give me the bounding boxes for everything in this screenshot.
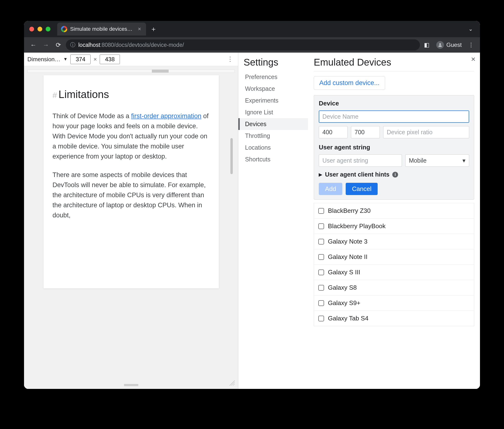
- settings-nav-experiments[interactable]: Experiments: [238, 95, 308, 107]
- device-row-label: Galaxy Note 3: [328, 238, 368, 245]
- device-row-label: Galaxy Note II: [328, 253, 368, 261]
- device-name-input[interactable]: [319, 110, 469, 123]
- profile-button[interactable]: Guest: [434, 40, 464, 50]
- expand-tabs-icon[interactable]: ⌄: [467, 24, 475, 34]
- close-window-button[interactable]: [29, 27, 34, 31]
- ua-type-value: Mobile: [409, 157, 427, 164]
- forward-button[interactable]: →: [41, 40, 51, 50]
- settings-sidebar: Settings PreferencesWorkspaceExperiments…: [238, 53, 308, 389]
- avatar-icon: [436, 41, 444, 49]
- device-row-label: Galaxy S III: [328, 268, 360, 276]
- user-agent-string-input[interactable]: [319, 154, 402, 167]
- device-row-label: Blackberry PlayBook: [328, 223, 386, 230]
- checkbox[interactable]: [318, 285, 324, 291]
- svg-point-0: [439, 43, 441, 45]
- width-ruler[interactable]: [27, 69, 235, 73]
- browser-menu-icon[interactable]: ⋮: [467, 40, 476, 49]
- settings-nav-throttling[interactable]: Throttling: [238, 130, 308, 142]
- address-bar[interactable]: ⓘ localhost:8080/docs/devtools/device-mo…: [66, 39, 420, 50]
- emulated-devices-title: Emulated Devices: [314, 57, 474, 71]
- device-row[interactable]: Blackberry PlayBook: [314, 218, 474, 234]
- article-paragraph: Think of Device Mode as a first-order ap…: [53, 111, 210, 161]
- url-text: localhost:8080/docs/devtools/device-mode…: [78, 42, 184, 48]
- custom-device-form: Device User agent string Mobile: [314, 95, 474, 200]
- device-section-label: Device: [319, 100, 469, 107]
- settings-nav-locations[interactable]: Locations: [238, 142, 308, 153]
- chrome-favicon-icon: [61, 26, 67, 32]
- add-custom-device-button[interactable]: Add custom device...: [314, 76, 385, 90]
- device-mode-menu-icon[interactable]: ⋮: [225, 55, 235, 63]
- add-device-confirm-button[interactable]: Add: [319, 183, 342, 195]
- new-tab-button[interactable]: ＋: [149, 25, 158, 33]
- browser-toolbar: ← → ⟳ ⓘ localhost:8080/docs/devtools/dev…: [24, 37, 480, 53]
- device-row-label: BlackBerry Z30: [328, 207, 371, 214]
- device-row[interactable]: Galaxy Note II: [314, 249, 474, 264]
- device-row[interactable]: Galaxy S8: [314, 280, 474, 295]
- article-heading: #Limitations: [53, 86, 210, 103]
- ua-client-hints-label: User agent client hints: [325, 171, 389, 178]
- checkbox[interactable]: [318, 239, 324, 244]
- settings-nav-devices[interactable]: Devices: [238, 118, 308, 130]
- emulated-viewport: #Limitations Think of Device Mode as a f…: [24, 66, 238, 389]
- devtools-settings-panel: ✕ Settings PreferencesWorkspaceExperimen…: [238, 53, 480, 389]
- dimensions-dropdown-icon[interactable]: ▼: [63, 57, 68, 62]
- site-info-icon[interactable]: ⓘ: [70, 41, 75, 49]
- maximize-window-button[interactable]: [46, 27, 50, 31]
- ua-section-label: User agent string: [319, 144, 469, 151]
- close-tab-icon[interactable]: ✕: [137, 26, 142, 33]
- settings-nav-preferences[interactable]: Preferences: [238, 71, 308, 83]
- tab-strip: Simulate mobile devices with D ✕ ＋ ⌄: [24, 21, 480, 37]
- device-row-label: Galaxy Tab S4: [328, 315, 369, 322]
- scrollbar-thumb[interactable]: [230, 138, 233, 174]
- disclosure-triangle-icon: ▶: [319, 172, 322, 177]
- settings-title: Settings: [238, 57, 308, 71]
- checkbox[interactable]: [318, 223, 324, 229]
- settings-main: Emulated Devices Add custom device... De…: [308, 53, 480, 389]
- device-row[interactable]: BlackBerry Z30: [314, 203, 474, 218]
- viewport-height-input[interactable]: [100, 54, 120, 64]
- device-mode-pane: Dimension… ▼ × ⋮ #Limitations Think of D…: [24, 53, 238, 389]
- device-row[interactable]: Galaxy Note 3: [314, 234, 474, 249]
- browser-tab[interactable]: Simulate mobile devices with D ✕: [57, 23, 146, 36]
- settings-nav-ignore-list[interactable]: Ignore List: [238, 107, 308, 118]
- page-content[interactable]: #Limitations Think of Device Mode as a f…: [44, 75, 219, 288]
- resize-handle-bottom[interactable]: [124, 384, 138, 386]
- devtools-dock-icon[interactable]: ◧: [422, 40, 432, 49]
- browser-window: Simulate mobile devices with D ✕ ＋ ⌄ ← →…: [24, 21, 480, 389]
- device-row[interactable]: Galaxy S III: [314, 264, 474, 280]
- info-icon[interactable]: i: [392, 172, 398, 178]
- dimensions-label[interactable]: Dimension…: [27, 56, 60, 63]
- reload-button[interactable]: ⟳: [53, 40, 63, 50]
- settings-nav-shortcuts[interactable]: Shortcuts: [238, 153, 308, 165]
- chevron-down-icon: ▾: [462, 157, 466, 164]
- checkbox[interactable]: [318, 208, 324, 214]
- close-settings-icon[interactable]: ✕: [471, 56, 476, 63]
- checkbox[interactable]: [318, 316, 324, 322]
- device-row-label: Galaxy S9+: [328, 299, 360, 307]
- cancel-button[interactable]: Cancel: [346, 183, 378, 195]
- minimize-window-button[interactable]: [37, 27, 42, 31]
- window-controls: [29, 27, 50, 31]
- dimension-separator: ×: [93, 56, 97, 63]
- article-paragraph: There are some aspects of mobile devices…: [53, 170, 210, 220]
- checkbox[interactable]: [318, 300, 324, 306]
- device-dimensions-bar: Dimension… ▼ × ⋮: [24, 53, 238, 66]
- anchor-hash-icon[interactable]: #: [53, 90, 57, 100]
- settings-nav-workspace[interactable]: Workspace: [238, 83, 308, 95]
- device-row-label: Galaxy S8: [328, 284, 357, 291]
- profile-label: Guest: [446, 42, 462, 48]
- ua-client-hints-toggle[interactable]: ▶ User agent client hints i: [319, 171, 469, 178]
- back-button[interactable]: ←: [28, 40, 38, 50]
- resize-handle-corner[interactable]: [229, 380, 235, 385]
- checkbox[interactable]: [318, 269, 324, 275]
- device-row[interactable]: Galaxy S9+: [314, 295, 474, 311]
- viewport-width-input[interactable]: [70, 54, 90, 64]
- device-list: BlackBerry Z30Blackberry PlayBookGalaxy …: [314, 203, 474, 326]
- device-height-input[interactable]: [351, 126, 380, 138]
- user-agent-type-select[interactable]: Mobile ▾: [405, 154, 469, 167]
- first-order-approx-link[interactable]: first-order approximation: [131, 112, 202, 120]
- device-row[interactable]: Galaxy Tab S4: [314, 311, 474, 326]
- device-width-input[interactable]: [319, 126, 348, 138]
- checkbox[interactable]: [318, 254, 324, 260]
- device-pixel-ratio-input[interactable]: [383, 126, 469, 138]
